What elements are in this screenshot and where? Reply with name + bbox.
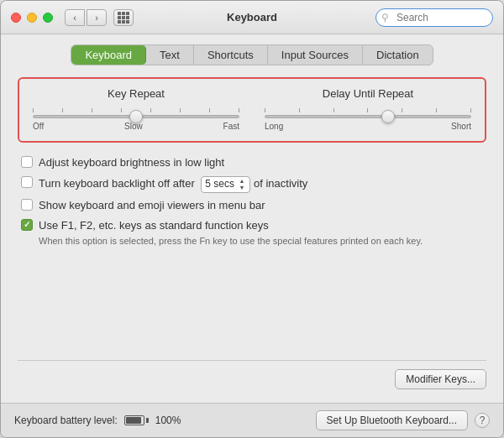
settings-section: Adjust keyboard brightness in low light … <box>18 156 486 247</box>
tick <box>180 108 181 112</box>
fn-keys-label-text: Use F1, F2, etc. keys as standard functi… <box>39 219 269 232</box>
close-button[interactable] <box>11 13 21 23</box>
battery-icon <box>124 415 149 425</box>
footer: Keyboard battery level: 100% Set Up Blue… <box>1 403 503 437</box>
key-repeat-label: Key Repeat <box>108 87 165 100</box>
delay-repeat-ticks <box>265 107 471 113</box>
battery-section: Keyboard battery level: 100% <box>14 415 181 426</box>
stepper-down[interactable]: ▼ <box>238 185 246 191</box>
setup-bluetooth-button[interactable]: Set Up Bluetooth Keyboard... <box>316 410 468 430</box>
battery-body <box>124 415 144 425</box>
tabs: Keyboard Text Shortcuts Input Sources Di… <box>18 44 486 65</box>
fn-keys-checkbox[interactable] <box>21 219 33 231</box>
delay-repeat-long: Long <box>265 122 283 131</box>
delay-repeat-group: Delay Until Repeat <box>265 87 471 131</box>
help-button[interactable]: ? <box>475 413 490 428</box>
select-value: 5 secs <box>205 178 234 191</box>
key-repeat-track-wrap <box>33 107 239 118</box>
grid-icon <box>118 12 129 23</box>
tab-text[interactable]: Text <box>146 45 194 65</box>
key-repeat-group: Key Repeat <box>33 87 239 131</box>
delay-repeat-label: Delay Until Repeat <box>323 87 413 100</box>
emoji-label: Show keyboard and emoji viewers in menu … <box>39 199 265 213</box>
stepper-up[interactable]: ▲ <box>238 178 246 185</box>
grid-button[interactable] <box>113 9 134 26</box>
footer-right: Set Up Bluetooth Keyboard... ? <box>316 410 490 430</box>
delay-repeat-labels: Long Short <box>265 122 471 131</box>
forward-button[interactable]: › <box>87 9 107 26</box>
maximize-button[interactable] <box>43 13 53 23</box>
setting-brightness: Adjust keyboard brightness in low light <box>21 156 486 170</box>
backlight-label-text: Turn keyboard backlight off after <box>39 177 195 190</box>
search-box: ⚲ <box>375 8 493 27</box>
tick <box>62 108 63 112</box>
modifier-keys-button[interactable]: Modifier Keys... <box>395 369 486 389</box>
backlight-select[interactable]: 5 secs ▲ ▼ <box>201 176 250 193</box>
tick <box>33 108 34 112</box>
delay-repeat-track <box>265 115 471 118</box>
tick <box>367 108 368 112</box>
tick <box>402 108 402 112</box>
delay-repeat-short: Short <box>451 122 471 131</box>
tick <box>333 108 334 112</box>
backlight-label: Turn keyboard backlight off after 5 secs… <box>39 176 307 193</box>
tick <box>150 108 151 112</box>
tab-keyboard[interactable]: Keyboard <box>71 45 146 65</box>
nav-buttons: ‹ › <box>65 9 107 26</box>
tab-shortcuts[interactable]: Shortcuts <box>194 45 268 65</box>
titlebar: ‹ › Keyboard ⚲ <box>1 1 503 34</box>
window-title: Keyboard <box>227 11 277 23</box>
minimize-button[interactable] <box>27 13 37 23</box>
setting-emoji: Show keyboard and emoji viewers in menu … <box>21 199 486 213</box>
battery-fill <box>126 417 141 424</box>
key-repeat-fast: Fast <box>223 122 239 131</box>
delay-repeat-thumb[interactable] <box>381 110 395 123</box>
bottom-bar: Modifier Keys... <box>18 360 486 389</box>
sliders-panel: Key Repeat <box>18 77 486 143</box>
tick <box>209 108 210 112</box>
battery-label: Keyboard battery level: <box>14 415 118 426</box>
delay-repeat-track-wrap <box>265 107 471 118</box>
tick <box>121 108 122 112</box>
key-repeat-thumb[interactable] <box>129 110 143 123</box>
key-repeat-track <box>33 115 239 118</box>
fn-keys-label: Use F1, F2, etc. keys as standard functi… <box>39 219 423 247</box>
fn-keys-subtext: When this option is selected, press the … <box>39 235 423 247</box>
brightness-label: Adjust keyboard brightness in low light <box>39 156 224 170</box>
battery-percent: 100% <box>155 415 181 426</box>
setting-backlight: Turn keyboard backlight off after 5 secs… <box>21 176 486 193</box>
brightness-checkbox[interactable] <box>21 156 33 168</box>
back-button[interactable]: ‹ <box>65 9 85 26</box>
window-buttons <box>11 13 53 23</box>
search-input[interactable] <box>375 8 493 27</box>
key-repeat-min: Off <box>33 122 44 131</box>
setting-fn-keys: Use F1, F2, etc. keys as standard functi… <box>21 219 486 247</box>
backlight-checkbox[interactable] <box>21 176 33 188</box>
tick <box>239 108 239 112</box>
tick <box>265 108 265 112</box>
tab-input-sources[interactable]: Input Sources <box>268 45 363 65</box>
battery-tip <box>146 418 149 423</box>
tab-dictation[interactable]: Dictation <box>363 45 433 65</box>
tick <box>470 108 471 112</box>
emoji-checkbox[interactable] <box>21 199 33 211</box>
tick <box>92 108 92 112</box>
main-window: ‹ › Keyboard ⚲ Keyboard Text Shortcuts I… <box>0 0 504 438</box>
tick <box>436 108 437 112</box>
stepper-arrows: ▲ ▼ <box>238 178 246 191</box>
backlight-suffix: of inactivity <box>254 177 307 191</box>
content-area: Keyboard Text Shortcuts Input Sources Di… <box>1 34 503 403</box>
tick <box>299 108 300 112</box>
tab-group: Keyboard Text Shortcuts Input Sources Di… <box>71 44 433 65</box>
